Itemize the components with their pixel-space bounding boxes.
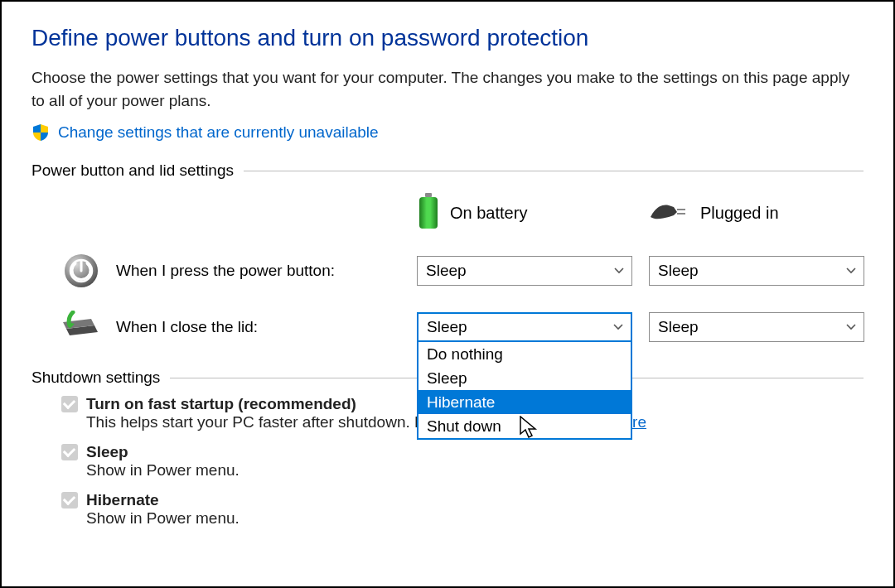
dropdown-option-hibernate[interactable]: Hibernate xyxy=(418,390,631,414)
laptop-lid-icon xyxy=(61,307,101,347)
shutdown-section-label: Shutdown settings xyxy=(31,369,160,387)
dropdown-option-shut-down[interactable]: Shut down xyxy=(418,414,631,438)
sleep-checkbox[interactable] xyxy=(61,444,78,460)
sleep-option-label: Sleep xyxy=(86,443,128,461)
plug-icon xyxy=(649,199,690,228)
svg-rect-1 xyxy=(419,197,438,229)
fast-startup-label: Turn on fast startup (recommended) xyxy=(86,395,356,413)
change-settings-link[interactable]: Change settings that are currently unava… xyxy=(58,123,379,142)
page-title: Define power buttons and turn on passwor… xyxy=(31,25,864,51)
page-description: Choose the power settings that you want … xyxy=(31,66,864,112)
dropdown-option-sleep[interactable]: Sleep xyxy=(418,366,631,390)
power-button-section-label: Power button and lid settings xyxy=(31,161,234,180)
close-lid-row-label: When I close the lid: xyxy=(116,318,258,336)
chevron-down-icon xyxy=(612,321,624,333)
on-battery-label: On battery xyxy=(450,204,527,223)
chevron-down-icon xyxy=(613,265,625,277)
close-lid-battery-value: Sleep xyxy=(427,318,467,336)
power-button-icon xyxy=(61,251,101,291)
svg-rect-2 xyxy=(677,209,685,210)
plugged-in-label: Plugged in xyxy=(700,204,779,223)
divider xyxy=(244,171,864,171)
close-lid-plugged-select[interactable]: Sleep xyxy=(649,312,864,342)
close-lid-battery-select[interactable]: Sleep Do nothing Sleep Hibernate Shut do… xyxy=(417,312,632,342)
power-button-row-label: When I press the power button: xyxy=(116,262,335,280)
power-button-battery-select[interactable]: Sleep xyxy=(417,256,632,286)
hibernate-checkbox[interactable] xyxy=(61,492,78,508)
power-button-battery-value: Sleep xyxy=(426,262,467,280)
close-lid-plugged-value: Sleep xyxy=(658,318,699,336)
power-button-plugged-select[interactable]: Sleep xyxy=(649,256,864,286)
chevron-down-icon xyxy=(845,265,857,277)
shield-icon xyxy=(31,123,50,142)
power-button-plugged-value: Sleep xyxy=(658,262,699,280)
chevron-down-icon xyxy=(845,321,857,333)
plugged-in-column-header: Plugged in xyxy=(649,188,864,238)
fast-startup-checkbox[interactable] xyxy=(61,396,78,412)
svg-rect-3 xyxy=(677,213,685,214)
battery-icon xyxy=(417,193,440,234)
hibernate-option-label: Hibernate xyxy=(86,491,159,509)
dropdown-option-do-nothing[interactable]: Do nothing xyxy=(418,342,631,366)
hibernate-option-description: Show in Power menu. xyxy=(86,509,864,528)
svg-rect-0 xyxy=(425,193,432,197)
power-button-section-header: Power button and lid settings xyxy=(31,161,864,180)
sleep-option-description: Show in Power menu. xyxy=(86,461,864,480)
on-battery-column-header: On battery xyxy=(417,188,632,238)
close-lid-battery-dropdown[interactable]: Do nothing Sleep Hibernate Shut down xyxy=(417,342,632,440)
